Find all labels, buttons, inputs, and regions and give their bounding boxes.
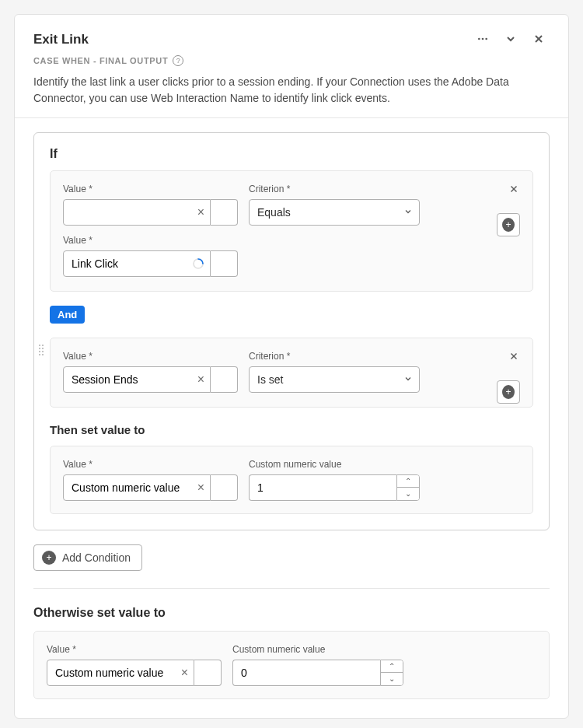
plus-circle-icon: + bbox=[502, 385, 515, 399]
chevron-down-icon bbox=[403, 373, 413, 386]
then-title: Then set value to bbox=[50, 423, 533, 436]
plus-circle-icon: + bbox=[502, 218, 515, 232]
cond1-value1-input[interactable] bbox=[63, 199, 211, 226]
cond1-criterion-value: Equals bbox=[257, 206, 291, 219]
cond1-value2-dropdown[interactable] bbox=[211, 250, 238, 277]
help-icon[interactable]: ? bbox=[173, 55, 183, 66]
add-condition-button[interactable]: + Add Condition bbox=[33, 544, 142, 571]
divider bbox=[33, 588, 550, 589]
close-icon bbox=[532, 33, 545, 47]
cond2-criterion-value: Is set bbox=[257, 373, 283, 386]
chevron-down-icon: ⌄ bbox=[405, 490, 411, 498]
close-icon bbox=[508, 351, 519, 364]
logical-operator-chip[interactable]: And bbox=[50, 306, 85, 324]
drag-handle-icon[interactable] bbox=[39, 345, 44, 355]
panel-header: Exit Link C bbox=[15, 15, 568, 117]
condition-1: + Value × bbox=[50, 170, 533, 324]
collapse-button[interactable] bbox=[500, 29, 522, 51]
chevron-down-icon bbox=[403, 206, 413, 219]
clear-icon[interactable]: × bbox=[181, 667, 188, 679]
svg-point-0 bbox=[478, 37, 480, 40]
otherwise-box: Value × Custom numeric value bbox=[33, 631, 550, 699]
custom-numeric-label: Custom numeric value bbox=[249, 459, 420, 470]
svg-point-2 bbox=[485, 37, 487, 40]
numeric-step-up[interactable]: ⌃ bbox=[381, 660, 403, 673]
value-label: Value bbox=[63, 351, 238, 362]
if-title: If bbox=[50, 147, 533, 161]
loading-spinner-icon bbox=[192, 257, 204, 270]
otherwise-title: Otherwise set value to bbox=[33, 606, 550, 620]
add-subcondition-1-button[interactable]: + bbox=[497, 213, 520, 236]
condition-2: + Value × bbox=[50, 338, 533, 408]
value-label: Value bbox=[63, 459, 238, 470]
cond1-value2-input[interactable] bbox=[63, 250, 211, 277]
add-subcondition-2-button[interactable]: + bbox=[497, 380, 520, 404]
chevron-down-icon bbox=[504, 33, 517, 47]
criterion-label: Criterion bbox=[249, 351, 420, 362]
then-box: Value × Custom numeric value bbox=[50, 446, 533, 514]
value-label: Value bbox=[63, 184, 238, 194]
remove-condition-1-button[interactable] bbox=[503, 179, 525, 201]
otherwise-value-dropdown[interactable] bbox=[194, 660, 222, 686]
then-value-input[interactable] bbox=[63, 474, 211, 501]
clear-icon[interactable]: × bbox=[197, 373, 204, 386]
numeric-step-up[interactable]: ⌃ bbox=[397, 475, 419, 488]
otherwise-value-input[interactable] bbox=[47, 660, 194, 686]
panel: Exit Link C bbox=[14, 14, 569, 719]
chevron-up-icon: ⌃ bbox=[405, 478, 411, 485]
cond2-value1-input[interactable] bbox=[63, 366, 211, 393]
panel-title: Exit Link bbox=[33, 32, 89, 47]
then-numeric-input[interactable] bbox=[249, 474, 396, 501]
cond2-criterion-select[interactable]: Is set bbox=[249, 366, 420, 393]
clear-icon[interactable]: × bbox=[197, 206, 204, 219]
cond1-value1-dropdown[interactable] bbox=[211, 199, 238, 226]
cond2-value1-dropdown[interactable] bbox=[211, 366, 238, 393]
panel-description: Identify the last link a user clicks pri… bbox=[33, 74, 550, 107]
close-icon bbox=[508, 184, 519, 197]
then-value-dropdown[interactable] bbox=[211, 474, 238, 501]
criterion-label: Criterion bbox=[249, 184, 420, 194]
value-label: Value bbox=[47, 644, 222, 655]
numeric-step-down[interactable]: ⌄ bbox=[397, 488, 419, 500]
chevron-up-icon: ⌃ bbox=[389, 663, 395, 670]
otherwise-numeric-input[interactable] bbox=[232, 660, 380, 686]
more-options-button[interactable] bbox=[472, 29, 494, 51]
if-block: If + Value bbox=[33, 132, 550, 530]
value-label: Value bbox=[63, 235, 238, 246]
remove-condition-2-button[interactable] bbox=[503, 346, 525, 368]
clear-icon[interactable]: × bbox=[197, 481, 204, 494]
numeric-step-down[interactable]: ⌄ bbox=[381, 673, 403, 685]
svg-point-1 bbox=[482, 37, 484, 40]
panel-body: If + Value bbox=[15, 117, 568, 718]
cond1-criterion-select[interactable]: Equals bbox=[249, 199, 420, 226]
custom-numeric-label: Custom numeric value bbox=[232, 644, 403, 655]
title-actions bbox=[472, 29, 550, 51]
panel-subtitle: CASE WHEN - FINAL OUTPUT bbox=[33, 56, 168, 65]
add-condition-label: Add Condition bbox=[62, 551, 131, 564]
close-panel-button[interactable] bbox=[528, 29, 550, 51]
more-icon bbox=[477, 33, 489, 47]
plus-circle-icon: + bbox=[42, 551, 56, 565]
chevron-down-icon: ⌄ bbox=[389, 675, 395, 683]
